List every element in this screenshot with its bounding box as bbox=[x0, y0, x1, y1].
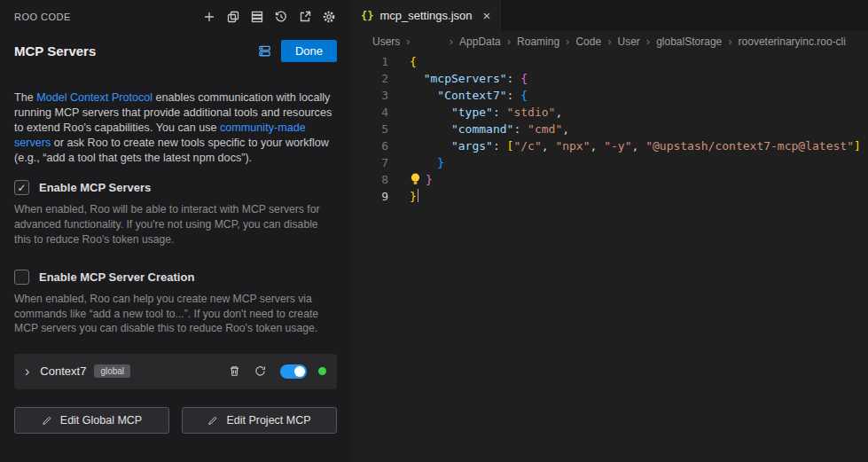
breadcrumb-separator: › bbox=[566, 35, 569, 48]
line-number: 1 bbox=[351, 53, 388, 70]
line-number: 8 bbox=[351, 171, 388, 188]
vscode-window: ROO CODE MCP Servers bbox=[0, 0, 868, 462]
breadcrumb-separator: › bbox=[406, 35, 410, 48]
code-line[interactable]: 5 "command": "cmd", bbox=[351, 121, 868, 137]
toggle-switch[interactable] bbox=[280, 364, 307, 379]
breadcrumb-separator: › bbox=[728, 35, 731, 48]
code-token: : bbox=[507, 72, 521, 85]
trash-icon[interactable] bbox=[228, 364, 241, 378]
code-token bbox=[410, 106, 451, 119]
tab-title: mcp_settings.json bbox=[379, 9, 472, 22]
code-line[interactable]: 1{ bbox=[351, 53, 868, 70]
intro-text-segment: or ask Roo to create new tools specific … bbox=[14, 137, 329, 164]
breadcrumb-segment[interactable]: User bbox=[617, 35, 639, 48]
checkbox-icon[interactable] bbox=[14, 270, 29, 285]
chevron-right-icon[interactable]: › bbox=[25, 364, 29, 379]
code-token: "mcpServers" bbox=[424, 72, 507, 85]
json-braces-icon: {} bbox=[361, 10, 373, 22]
code-line[interactable]: 6 "args": ["/c", "npx", "-y", "@upstash/… bbox=[351, 137, 868, 154]
code-token: , bbox=[555, 106, 562, 119]
server-row-context7[interactable]: › Context7 global bbox=[14, 354, 337, 389]
button-label: Edit Project MCP bbox=[226, 414, 310, 427]
code-token: : bbox=[513, 122, 528, 136]
model-context-protocol-link[interactable]: Model Context Protocol bbox=[36, 91, 152, 104]
enable-mcp-server-creation-checkbox-row[interactable]: Enable MCP Server Creation bbox=[14, 270, 337, 285]
text-cursor bbox=[418, 189, 419, 202]
refresh-icon[interactable] bbox=[254, 364, 267, 378]
tab-mcp-settings-json[interactable]: {} mcp_settings.json × bbox=[351, 0, 501, 31]
breadcrumb-segment[interactable]: globalStorage bbox=[656, 35, 722, 48]
panel-header: MCP Servers Done bbox=[14, 40, 337, 62]
open-external-icon[interactable] bbox=[297, 9, 313, 25]
code-token: , bbox=[562, 122, 569, 136]
code-line[interactable]: 2 "mcpServers": { bbox=[351, 70, 868, 87]
code-token: , bbox=[542, 139, 556, 153]
code-token: } bbox=[426, 173, 433, 186]
breadcrumb-segment[interactable]: Users bbox=[372, 35, 400, 48]
code-line[interactable]: 4 "type": "stdio", bbox=[351, 104, 868, 121]
code-token: "npx" bbox=[555, 139, 590, 153]
code-line[interactable]: 7 } bbox=[351, 154, 868, 171]
breadcrumb-separator: › bbox=[646, 35, 650, 48]
code-token: } bbox=[437, 156, 444, 169]
line-number: 4 bbox=[351, 104, 388, 121]
enable-mcp-servers-checkbox-row[interactable]: ✓ Enable MCP Servers bbox=[14, 180, 337, 195]
code-token bbox=[410, 156, 437, 169]
code-token: } bbox=[410, 190, 417, 203]
gear-icon[interactable] bbox=[321, 9, 337, 25]
breadcrumb-segment[interactable]: AppData bbox=[459, 35, 501, 48]
code-token bbox=[410, 122, 451, 136]
code-token: , bbox=[632, 139, 646, 153]
page-title: MCP Servers bbox=[14, 43, 96, 59]
code-token: "-y" bbox=[604, 139, 631, 153]
tab-bar: {} mcp_settings.json × bbox=[351, 0, 868, 31]
panel-toolbar bbox=[201, 9, 337, 25]
plus-icon[interactable] bbox=[201, 9, 217, 25]
close-icon[interactable]: × bbox=[483, 9, 491, 22]
code-token: "stdio" bbox=[507, 106, 556, 119]
enable-mcp-server-creation-section: Enable MCP Server Creation When enabled,… bbox=[14, 270, 337, 336]
code-line[interactable]: 9} bbox=[351, 188, 868, 205]
edit-global-mcp-button[interactable]: Edit Global MCP bbox=[14, 407, 169, 434]
breadcrumb-segment[interactable]: Code bbox=[575, 35, 601, 48]
done-button[interactable]: Done bbox=[281, 40, 337, 62]
code-token: "Context7" bbox=[437, 89, 506, 102]
toggle-knob bbox=[294, 366, 305, 377]
intro-text: The Model Context Protocol enables commu… bbox=[14, 90, 337, 165]
breadcrumb-segment[interactable]: Roaming bbox=[517, 35, 559, 48]
mcp-server-view-icon[interactable] bbox=[258, 44, 271, 58]
code-editor[interactable]: 1{2 "mcpServers": {3 "Context7": {4 "typ… bbox=[351, 51, 868, 462]
code-token: { bbox=[520, 89, 528, 102]
checkbox-label: Enable MCP Servers bbox=[39, 181, 151, 194]
edit-project-mcp-button[interactable]: Edit Project MCP bbox=[182, 407, 337, 434]
checkbox-label: Enable MCP Server Creation bbox=[39, 270, 194, 284]
code-token: { bbox=[520, 72, 528, 85]
code-token: "@upstash/context7-mcp@latest" bbox=[645, 139, 854, 153]
button-label: Edit Global MCP bbox=[60, 414, 142, 427]
copy-icon[interactable] bbox=[225, 9, 241, 25]
code-token: : bbox=[493, 139, 507, 153]
panel-topbar: ROO CODE bbox=[14, 2, 337, 32]
code-token: "args" bbox=[451, 139, 493, 153]
breadcrumb-separator: › bbox=[607, 35, 611, 48]
code-token bbox=[410, 139, 451, 153]
history-icon[interactable] bbox=[273, 9, 289, 25]
line-number: 6 bbox=[351, 137, 388, 154]
intro-text-segment: The bbox=[14, 91, 36, 104]
status-dot bbox=[318, 367, 326, 375]
server-icon[interactable] bbox=[249, 9, 265, 25]
code-line[interactable]: 3 "Context7": { bbox=[351, 87, 868, 104]
breadcrumb-segment[interactable]: rooveterinaryinc.roo-cli bbox=[739, 35, 846, 48]
code-token bbox=[410, 89, 437, 102]
breadcrumb-separator: › bbox=[507, 35, 511, 48]
code-line[interactable]: 8} bbox=[351, 171, 868, 188]
editor-area: {} mcp_settings.json × Users››AppData›Ro… bbox=[351, 0, 868, 462]
line-number: 7 bbox=[351, 154, 388, 171]
line-number: 2 bbox=[351, 70, 388, 87]
scope-badge: global bbox=[94, 364, 130, 378]
line-number: 3 bbox=[351, 87, 388, 104]
pencil-icon bbox=[42, 414, 53, 426]
setting-description: When enabled, Roo will be able to intera… bbox=[14, 202, 337, 247]
code-token bbox=[410, 72, 424, 85]
checkbox-icon[interactable]: ✓ bbox=[14, 180, 29, 195]
